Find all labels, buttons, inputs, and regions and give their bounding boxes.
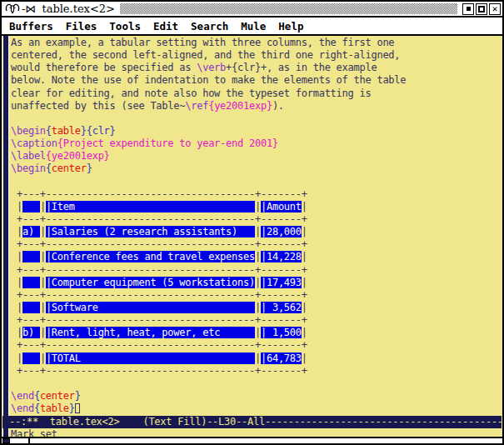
menu-item-edit[interactable]: Edit: [153, 20, 178, 32]
table-cell-highlight: |28,000: [261, 226, 302, 238]
text-segment: |: [302, 226, 307, 238]
text-segment: unaffected by this (see Table~: [11, 100, 185, 112]
table-cell-highlight: a): [22, 226, 40, 238]
text-segment: {Project expenditure to year-end 2001}: [57, 138, 278, 149]
table-cell-highlight: | 1,500: [261, 327, 302, 338]
text-segment: clear for editing, and note also how the…: [11, 88, 371, 99]
text-segment: |: [40, 352, 46, 364]
text-segment: \caption: [11, 138, 57, 149]
buffer-line: As an example, a tabular setting with th…: [11, 37, 501, 49]
menu-item-tools[interactable]: Tools: [109, 20, 141, 32]
text-segment: |: [11, 251, 22, 262]
buffer-line: unaffected by this (see Table~\ref{ye200…: [11, 100, 501, 112]
buffer-area[interactable]: As an example, a tabular setting with th…: [2, 36, 502, 440]
text-segment: |: [302, 277, 307, 288]
maximize-button[interactable]: [476, 3, 487, 15]
title-stipple-texture[interactable]: [120, 3, 457, 14]
window-title: table.tex<2>: [42, 2, 115, 15]
bottom-frame: [2, 437, 502, 443]
text-segment: |: [302, 201, 307, 212]
buffer-line: +---+-----------------------------------…: [11, 365, 501, 378]
table-cell-highlight: [22, 302, 40, 313]
menu-item-help[interactable]: Help: [278, 20, 303, 32]
buffer-line: | ||Computer equipment (5 workstations)|…: [11, 277, 501, 289]
text-segment: \end: [11, 390, 34, 402]
table-cell-highlight: |Salaries (2 research assistants): [46, 226, 255, 238]
buffer-line: clear for editing, and note also how the…: [11, 88, 501, 100]
table-cell-highlight: [22, 277, 40, 288]
text-segment: |: [11, 352, 22, 364]
text-segment: {: [34, 390, 40, 402]
text-segment: |: [302, 327, 307, 338]
text-segment: |: [302, 251, 307, 262]
text-segment: +---+-----------------------------------…: [11, 289, 307, 301]
menu-item-files[interactable]: Files: [66, 20, 97, 32]
buffer-line: below. Note the use of indentation to ma…: [11, 74, 501, 87]
text-segment: center: [52, 162, 87, 174]
table-cell-highlight: |Software: [46, 302, 255, 313]
table-cell-highlight: |Conference fees and travel expenses: [46, 251, 255, 262]
text-segment: {ye2001exp}: [46, 150, 110, 162]
table-cell-highlight: |TOTAL: [46, 352, 255, 364]
minimize-icon: [467, 7, 471, 11]
text-segment: ).: [272, 100, 284, 112]
text-segment: |: [40, 302, 46, 313]
minimize-button[interactable]: [462, 3, 474, 15]
text-segment: centered, the second left-aligned, and t…: [11, 49, 400, 61]
text-segment: |: [302, 302, 307, 313]
text-segment: |: [302, 352, 307, 364]
text-segment: {ye2001exp}: [208, 100, 272, 112]
menu-item-search[interactable]: Search: [191, 20, 228, 32]
text-segment: +---+-----------------------------------…: [11, 213, 307, 225]
text-segment: +---+-----------------------------------…: [11, 238, 307, 250]
text-segment: |: [255, 226, 261, 238]
frame-tick: [28, 438, 30, 443]
text-segment: {: [46, 125, 52, 137]
emacs-gnu-icon: [4, 1, 21, 18]
text-segment: table: [40, 402, 69, 414]
table-cell-highlight: |Amount: [261, 201, 302, 212]
buffer-line: \end{center}: [11, 390, 501, 402]
table-cell-highlight: |64,783: [261, 352, 302, 364]
text-segment: |: [40, 201, 46, 212]
text-segment: +{clr}+, as in the example: [226, 62, 377, 73]
text-segment: would therefore be specified as: [11, 62, 197, 73]
frame-corner-box: [2, 438, 10, 443]
title-bar[interactable]: -⋈ table.tex<2> ✕: [2, 2, 502, 18]
text-segment: |: [40, 226, 46, 238]
buffer-line: would therefore be specified as \verb+{c…: [11, 62, 501, 74]
scrollbar[interactable]: [2, 36, 9, 440]
text-segment: |: [255, 327, 261, 338]
text-segment: }: [87, 162, 92, 174]
text-segment: |: [255, 352, 261, 364]
title-prefix: -⋈: [22, 2, 36, 15]
close-button[interactable]: ✕: [489, 3, 501, 15]
menu-item-buffers[interactable]: Buffers: [9, 20, 53, 32]
buffer-line: +---+-----------------------------------…: [11, 188, 501, 201]
table-cell-highlight: [22, 251, 40, 262]
buffer-line: +---+-----------------------------------…: [11, 289, 501, 302]
menu-bar: BuffersFilesToolsEditSearchMuleHelp: [2, 18, 502, 36]
table-cell-highlight: [22, 201, 40, 212]
text-segment: |: [11, 226, 22, 238]
text-segment: below. Note the use of indentation to ma…: [11, 74, 406, 86]
text-segment: |: [40, 327, 46, 338]
buffer-line: [11, 378, 501, 390]
table-cell-highlight: b): [22, 327, 40, 338]
text-segment: }: [69, 402, 75, 414]
text-segment: \verb: [197, 62, 226, 73]
text-segment: \begin: [11, 162, 46, 174]
menu-item-mule[interactable]: Mule: [241, 20, 266, 32]
buffer-line: \label{ye2001exp}: [11, 150, 501, 162]
text-segment: +---+-----------------------------------…: [11, 365, 307, 377]
text-segment: }{clr}: [81, 125, 116, 137]
buffer-line: +---+-----------------------------------…: [11, 238, 501, 251]
mode-line[interactable]: --:** table.tex<2> (Text Fill)--L30--All…: [2, 416, 502, 428]
buffer-line: \begin{table}{clr}: [11, 125, 501, 138]
text-segment: |: [11, 327, 22, 338]
table-cell-highlight: |17,493: [261, 277, 302, 288]
text-segment: |: [40, 251, 46, 262]
buffer-text[interactable]: As an example, a tabular setting with th…: [11, 37, 501, 415]
buffer-line: [11, 176, 501, 188]
table-cell-highlight: |Rent, light, heat, power, etc: [46, 327, 255, 338]
